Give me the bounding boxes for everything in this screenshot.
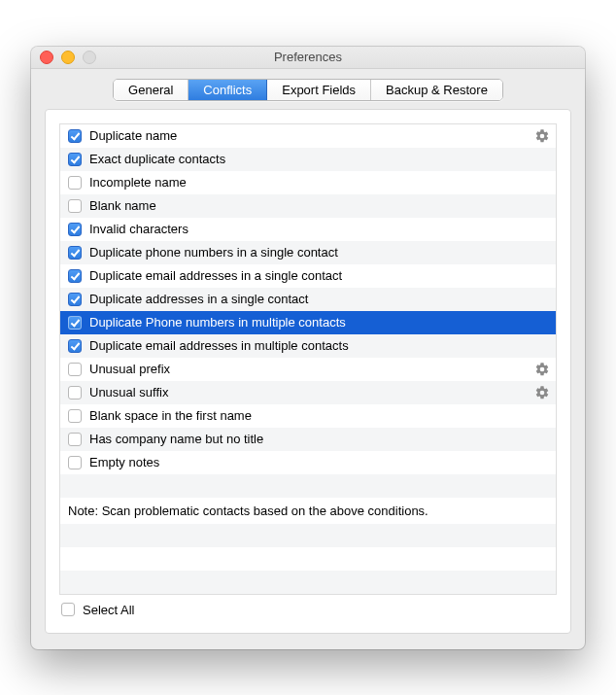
list-item[interactable]: Incomplete name (60, 171, 556, 194)
list-item[interactable]: Empty notes (60, 451, 556, 474)
conflicts-note: Note: Scan problematic contacts based on… (60, 498, 556, 524)
list-item[interactable]: Duplicate Phone numbers in multiple cont… (60, 311, 556, 334)
conflict-label: Duplicate name (89, 128, 548, 143)
conflict-checkbox[interactable] (68, 223, 82, 236)
tab-export-fields[interactable]: Export Fields (267, 80, 371, 100)
conflict-checkbox[interactable] (68, 386, 82, 400)
conflict-checkbox[interactable] (68, 176, 82, 190)
list-item[interactable]: Unusual prefix (60, 358, 556, 381)
conflict-checkbox[interactable] (68, 153, 82, 166)
tabs-bar: GeneralConflictsExport FieldsBackup & Re… (31, 69, 585, 109)
conflict-label: Incomplete name (89, 175, 548, 190)
tab-backup-restore[interactable]: Backup & Restore (371, 80, 502, 100)
conflict-label: Duplicate email addresses in multiple co… (89, 338, 548, 353)
segmented-control: GeneralConflictsExport FieldsBackup & Re… (113, 79, 503, 101)
conflict-label: Has company name but no title (89, 432, 548, 446)
list-item[interactable]: Duplicate addresses in a single contact (60, 288, 556, 311)
conflict-label: Duplicate email addresses in a single co… (89, 268, 548, 283)
select-all-label: Select All (83, 603, 134, 617)
conflict-checkbox[interactable] (68, 129, 82, 143)
preferences-window: Preferences GeneralConflictsExport Field… (31, 47, 585, 649)
conflict-label: Duplicate phone numbers in a single cont… (89, 245, 548, 260)
blank-row (60, 547, 556, 571)
tab-conflicts[interactable]: Conflicts (188, 80, 267, 100)
gear-icon[interactable] (534, 385, 550, 400)
conflict-checkbox[interactable] (68, 293, 82, 306)
blank-row (60, 571, 556, 594)
blank-row (60, 474, 556, 498)
conflict-checkbox[interactable] (68, 199, 82, 213)
conflict-checkbox[interactable] (68, 246, 82, 260)
conflict-label: Exact duplicate contacts (89, 152, 548, 166)
conflicts-list: Duplicate nameExact duplicate contactsIn… (59, 123, 557, 595)
list-item[interactable]: Duplicate phone numbers in a single cont… (60, 241, 556, 264)
list-item[interactable]: Invalid characters (60, 218, 556, 241)
conflict-checkbox[interactable] (68, 433, 82, 446)
conflict-checkbox[interactable] (68, 269, 82, 283)
list-item[interactable]: Unusual suffix (60, 381, 556, 404)
select-all-checkbox[interactable] (61, 603, 75, 616)
list-item[interactable]: Blank name (60, 194, 556, 218)
conflict-checkbox[interactable] (68, 339, 82, 353)
list-item[interactable]: Duplicate email addresses in a single co… (60, 264, 556, 288)
conflict-label: Blank name (89, 198, 548, 213)
conflict-label: Blank space in the first name (89, 408, 548, 423)
conflict-label: Unusual suffix (89, 385, 548, 400)
select-all-row: Select All (59, 595, 557, 619)
content-frame: Duplicate nameExact duplicate contactsIn… (45, 109, 571, 634)
list-item[interactable]: Blank space in the first name (60, 404, 556, 428)
conflict-label: Unusual prefix (89, 362, 548, 376)
list-item[interactable]: Exact duplicate contacts (60, 148, 556, 171)
list-item[interactable]: Duplicate email addresses in multiple co… (60, 334, 556, 358)
gear-icon[interactable] (534, 362, 550, 377)
titlebar: Preferences (31, 47, 585, 69)
conflict-label: Invalid characters (89, 222, 548, 236)
conflict-label: Duplicate addresses in a single contact (89, 292, 548, 306)
conflict-checkbox[interactable] (68, 363, 82, 376)
list-item[interactable]: Has company name but no title (60, 428, 556, 451)
conflict-checkbox[interactable] (68, 409, 82, 423)
conflict-label: Empty notes (89, 455, 548, 469)
window-title: Preferences (31, 50, 585, 64)
list-item[interactable]: Duplicate name (60, 124, 556, 148)
conflict-checkbox[interactable] (68, 456, 82, 469)
tab-general[interactable]: General (114, 80, 188, 100)
gear-icon[interactable] (534, 128, 550, 144)
conflict-checkbox[interactable] (68, 316, 82, 330)
blank-row (60, 524, 556, 547)
conflict-label: Duplicate Phone numbers in multiple cont… (89, 315, 548, 330)
